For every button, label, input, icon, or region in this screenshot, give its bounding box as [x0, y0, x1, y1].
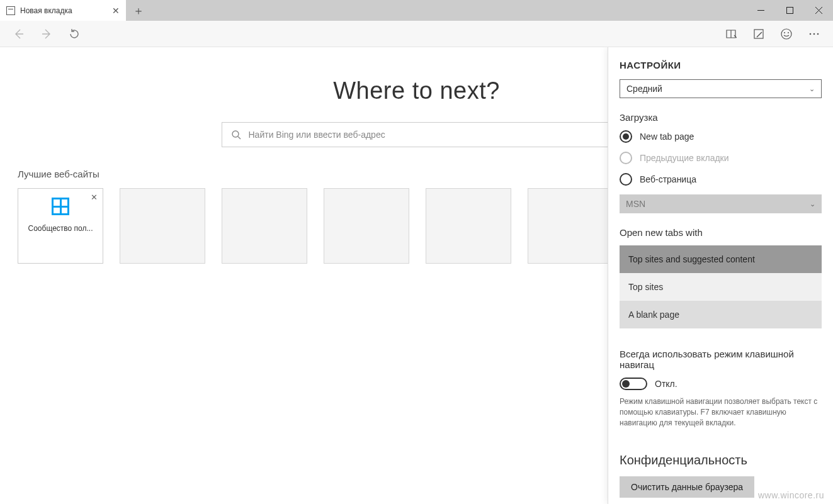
startup-label: Загрузка [620, 112, 822, 123]
content: Where to next? Лучшие веб-сайты ✕ Сообще… [0, 47, 833, 504]
svg-point-11 [232, 131, 239, 137]
maximize-button[interactable] [775, 0, 804, 21]
radio-icon [620, 130, 632, 143]
reading-view-button[interactable] [717, 21, 745, 47]
feedback-button[interactable] [773, 21, 800, 47]
top-site-tile-empty[interactable] [120, 188, 205, 264]
theme-select-value: Средний [626, 84, 662, 94]
tab-title: Новая вкладка [20, 6, 72, 15]
top-site-tile[interactable]: ✕ Сообщество пол... [18, 188, 103, 264]
tile-label: Сообщество пол... [18, 224, 103, 233]
search-input[interactable] [249, 130, 601, 140]
clear-browsing-data-button[interactable]: Очистить данные браузера [620, 476, 754, 498]
caret-toggle[interactable] [620, 378, 647, 390]
open-tabs-label: Open new tabs with [620, 227, 822, 238]
svg-point-6 [784, 32, 785, 33]
more-button[interactable] [800, 21, 828, 47]
webnote-button[interactable] [745, 21, 773, 47]
settings-title: НАСТРОЙКИ [620, 60, 822, 70]
chevron-down-icon: ⌄ [809, 85, 815, 93]
radio-icon [620, 173, 632, 186]
option-label: Top sites [628, 282, 663, 292]
back-button[interactable] [5, 21, 33, 47]
svg-point-8 [810, 33, 812, 35]
top-site-tile-empty[interactable] [324, 188, 409, 264]
toggle-state: Откл. [655, 379, 677, 389]
top-site-tile-empty[interactable] [426, 188, 511, 264]
new-tab-options: Top sites and suggested content Top site… [620, 245, 822, 328]
radio-icon [620, 152, 632, 164]
search-icon [231, 130, 241, 140]
toolbar [0, 21, 833, 47]
minimize-button[interactable] [746, 0, 775, 21]
caret-label: Всегда использовать режим клавишной нави… [620, 349, 822, 370]
chevron-down-icon: ⌄ [810, 200, 815, 208]
svg-rect-4 [754, 30, 763, 38]
radio-new-tab-page[interactable]: New tab page [620, 130, 822, 143]
radio-label: New tab page [640, 132, 694, 142]
startup-page-select: MSN ⌄ [620, 194, 822, 213]
refresh-button[interactable] [60, 21, 88, 47]
svg-point-9 [813, 33, 815, 35]
close-window-button[interactable] [804, 0, 833, 21]
settings-panel: НАСТРОЙКИ Средний ⌄ Загрузка New tab pag… [608, 47, 833, 504]
radio-label: Веб-страница [640, 174, 696, 184]
svg-line-12 [238, 137, 241, 139]
option-top-sites-suggested[interactable]: Top sites and suggested content [620, 245, 822, 273]
titlebar: Новая вкладка ✕ ＋ [0, 0, 833, 21]
browser-tab[interactable]: Новая вкладка ✕ [0, 0, 126, 21]
forward-button[interactable] [33, 21, 60, 47]
radio-webpage[interactable]: Веб-страница [620, 173, 822, 186]
svg-point-5 [781, 29, 791, 39]
tab-close-icon[interactable]: ✕ [112, 6, 120, 15]
tile-close-icon[interactable]: ✕ [91, 193, 98, 202]
top-site-tile-empty[interactable] [528, 188, 613, 264]
button-label: Очистить данные браузера [631, 482, 743, 492]
radio-previous-tabs: Предыдущие вкладки [620, 152, 822, 164]
tile-favicon [52, 198, 69, 215]
caret-help-text: Режим клавишной навигации позволяет выбр… [620, 396, 822, 428]
privacy-heading: Конфиденциальность [620, 453, 822, 468]
radio-label: Предыдущие вкладки [640, 153, 729, 163]
option-label: A blank page [628, 310, 679, 320]
caret-toggle-row: Откл. [620, 378, 822, 390]
new-tab-button[interactable]: ＋ [126, 0, 151, 21]
startup-page-value: MSN [626, 199, 645, 209]
page-icon [6, 6, 15, 15]
svg-point-10 [817, 33, 819, 35]
option-label: Top sites and suggested content [628, 254, 755, 264]
theme-select[interactable]: Средний ⌄ [620, 79, 822, 98]
window-controls [746, 0, 833, 21]
svg-point-7 [788, 32, 789, 33]
svg-rect-1 [786, 8, 793, 14]
top-site-tile-empty[interactable] [222, 188, 307, 264]
option-blank-page[interactable]: A blank page [620, 301, 822, 328]
search-bar[interactable] [222, 122, 612, 147]
option-top-sites[interactable]: Top sites [620, 273, 822, 301]
